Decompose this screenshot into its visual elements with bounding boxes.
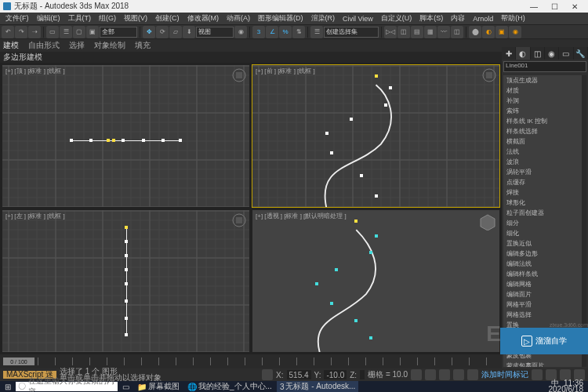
menu-anim[interactable]: 动画(A) <box>223 13 254 24</box>
play-prev-icon[interactable] <box>425 369 436 380</box>
render-setup-icon[interactable]: ◐ <box>482 26 495 38</box>
percent-snap-icon[interactable]: % <box>279 26 292 38</box>
search-input[interactable]: 〇 在这里输入你要搜索的内容 <box>16 382 118 391</box>
viewport-front[interactable]: [+] [前 ] [标准 ] [线框 ] <box>252 64 500 208</box>
modifier-item[interactable]: 球形化 <box>503 198 586 208</box>
modifier-item[interactable]: 置换近似 <box>503 238 586 249</box>
menu-arnold[interactable]: Arnold <box>469 15 497 23</box>
menu-file[interactable]: 文件(F) <box>2 13 33 24</box>
select-icon[interactable]: ▭ <box>46 26 59 38</box>
utilities-tab-icon[interactable]: 🔧 <box>574 47 588 60</box>
menu-content[interactable]: 内容 <box>447 13 469 24</box>
menu-view[interactable]: 视图(V) <box>120 13 151 24</box>
link-icon[interactable]: ⇢ <box>28 26 41 38</box>
taskbar-item-3[interactable]: 3无标题 - Autodesk... <box>277 381 358 392</box>
ribbon-tab-freeform[interactable]: 自由形式 <box>28 40 60 51</box>
menu-script[interactable]: 脚本(S) <box>416 13 447 24</box>
ribbon-icon[interactable]: ▦ <box>424 26 437 38</box>
modifier-item[interactable]: 编辑样条线 <box>503 269 586 279</box>
viewport-gizmo-icon[interactable] <box>232 213 246 227</box>
align-icon[interactable]: ◫ <box>397 26 410 38</box>
viewport-gizmo-icon[interactable] <box>232 68 246 82</box>
menu-edit[interactable]: 编辑(E) <box>33 13 64 24</box>
coord-x-field[interactable]: 515.4 <box>287 370 311 379</box>
modifier-item[interactable]: 材质 <box>503 85 586 96</box>
menu-graph[interactable]: 图形编辑器(D) <box>254 13 307 24</box>
modifier-item[interactable]: 焊接 <box>503 187 586 198</box>
undo-icon[interactable]: ↶ <box>2 26 14 38</box>
modifier-item[interactable]: 编辑网格 <box>503 279 586 289</box>
menu-custom[interactable]: 自定义(U) <box>377 13 416 24</box>
modifier-item[interactable]: 样条线 IK 控制 <box>503 116 586 126</box>
play-end-icon[interactable] <box>467 369 478 380</box>
redo-icon[interactable]: ↷ <box>15 26 27 38</box>
viewport-perspective[interactable]: [+] [透视 ] [标准 ] [默认明暗处理 ] <box>252 209 500 353</box>
viewport-left[interactable]: [+] [左 ] [标准 ] [线框 ] <box>2 209 250 353</box>
modifier-item[interactable]: 网格平滑 <box>503 299 586 310</box>
schematic-icon[interactable]: ◫ <box>451 26 463 38</box>
select-rect-icon[interactable]: ▢ <box>73 26 85 38</box>
taskbar-item-2[interactable]: 🌐我的经验_个人中心... <box>184 381 275 392</box>
select-name-icon[interactable]: ☰ <box>60 26 72 38</box>
close-button[interactable]: ✕ <box>564 0 585 13</box>
viewport-top[interactable]: [+] [顶 ] [标准 ] [线框 ] <box>2 64 250 208</box>
named-sel-icon[interactable]: ☰ <box>310 26 323 38</box>
place-icon[interactable]: ⬇ <box>183 26 195 38</box>
curve-editor-icon[interactable]: 〰 <box>437 26 450 38</box>
minimize-button[interactable]: — <box>524 0 544 13</box>
create-tab-icon[interactable]: ✚ <box>502 47 516 60</box>
angle-snap-icon[interactable]: ∠ <box>266 26 278 38</box>
modifier-item[interactable]: 顶点生成器 <box>503 75 586 85</box>
modifier-item[interactable]: 编辑多边形 <box>503 249 586 259</box>
taskbar-item-1[interactable]: 📁屏幕截图 <box>134 381 183 392</box>
start-button[interactable]: ⊞ <box>2 383 14 391</box>
ribbon-tab-select[interactable]: 选择 <box>69 40 85 51</box>
rotate-icon[interactable]: ⟳ <box>156 26 169 38</box>
play-icon[interactable] <box>439 369 450 380</box>
layer-icon[interactable]: ▤ <box>411 26 423 38</box>
menu-render[interactable]: 渲染(R) <box>307 13 339 24</box>
object-name-field[interactable]: Line001 <box>503 61 586 72</box>
task-view-icon[interactable]: ▭ <box>119 383 132 391</box>
modifier-item[interactable]: 索纬 <box>503 106 586 116</box>
modifier-item[interactable]: 粒子面创建器 <box>503 208 586 218</box>
menu-help[interactable]: 帮助(H) <box>497 13 529 24</box>
modify-tab-icon[interactable]: ◐ <box>516 47 530 60</box>
time-slider[interactable]: 0 / 100 <box>3 358 34 365</box>
named-sel-dropdown[interactable]: 创建选择集 <box>324 27 379 38</box>
modifier-item[interactable]: 法线 <box>503 147 586 157</box>
play-start-icon[interactable] <box>411 369 422 380</box>
display-tab-icon[interactable]: ▭ <box>559 47 573 60</box>
coord-dropdown[interactable]: 视图 <box>196 27 234 38</box>
motion-tab-icon[interactable]: ◉ <box>545 47 559 60</box>
mirror-icon[interactable]: ▷◁ <box>384 26 397 38</box>
modifier-item[interactable]: 细分 <box>503 218 586 228</box>
tray-clock[interactable]: 中 11:36 2020/6/18 <box>549 380 587 392</box>
menu-create[interactable]: 创建(C) <box>151 13 183 24</box>
modifier-item[interactable]: 横截面 <box>503 136 586 147</box>
lock-icon[interactable] <box>262 369 273 380</box>
modifier-item[interactable]: 编辑法线 <box>503 259 586 269</box>
maximize-button[interactable]: ☐ <box>544 0 564 13</box>
snap-icon[interactable]: 3 <box>252 26 265 38</box>
timeline-ruler[interactable] <box>38 358 499 365</box>
render-icon[interactable]: ◉ <box>509 26 521 38</box>
window-crossing-icon[interactable]: ▣ <box>86 26 99 38</box>
modifier-item[interactable]: 样条线选择 <box>503 126 586 136</box>
pivot-icon[interactable]: ◉ <box>234 26 247 38</box>
move-icon[interactable]: ✥ <box>143 26 155 38</box>
scale-icon[interactable]: ▱ <box>169 26 182 38</box>
modifier-item[interactable]: 波浪 <box>503 157 586 167</box>
viewport-nav-icon[interactable] <box>532 369 543 380</box>
play-next-icon[interactable] <box>453 369 464 380</box>
modifier-item[interactable]: 补洞 <box>503 96 586 106</box>
spinner-snap-icon[interactable]: ⇅ <box>292 26 305 38</box>
modifier-item[interactable]: 编辑面片 <box>503 289 586 299</box>
menu-group[interactable]: 组(G) <box>95 13 120 24</box>
coord-z-field[interactable] <box>360 370 365 379</box>
modifier-item[interactable]: 点缓存 <box>503 177 586 187</box>
ribbon-tab-fill[interactable]: 填充 <box>135 40 151 51</box>
modifier-item[interactable]: 蒙皮包裹面片 <box>503 361 586 367</box>
modifier-item[interactable]: 细化 <box>503 228 586 238</box>
time-tag-label[interactable]: 添加时间标记 <box>481 369 528 380</box>
